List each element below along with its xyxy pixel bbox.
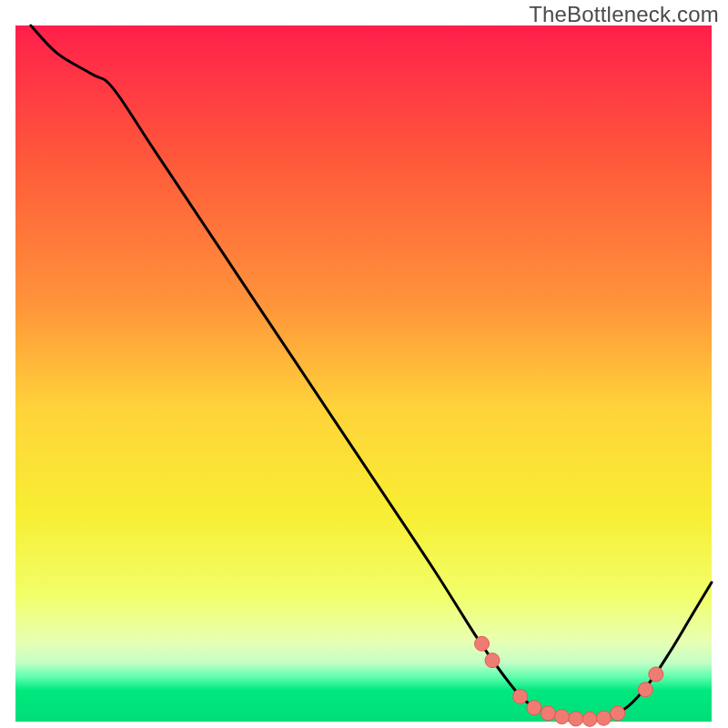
curve-marker bbox=[541, 706, 555, 721]
curve-marker bbox=[649, 667, 663, 682]
curve-marker bbox=[596, 711, 611, 725]
curve-marker bbox=[611, 706, 625, 721]
curve-marker bbox=[485, 653, 500, 668]
watermark-text: TheBottleneck.com bbox=[529, 2, 719, 27]
curve-marker bbox=[513, 689, 528, 703]
plot-background bbox=[15, 25, 712, 722]
curve-marker bbox=[582, 712, 597, 726]
curve-marker bbox=[569, 712, 583, 726]
curve-marker bbox=[638, 682, 652, 697]
curve-marker bbox=[555, 710, 570, 724]
curve-marker bbox=[475, 636, 490, 651]
chart-container: { "watermark": "TheBottleneck.com", "cha… bbox=[0, 0, 728, 728]
bottleneck-chart bbox=[0, 0, 728, 728]
curve-marker bbox=[527, 701, 541, 715]
